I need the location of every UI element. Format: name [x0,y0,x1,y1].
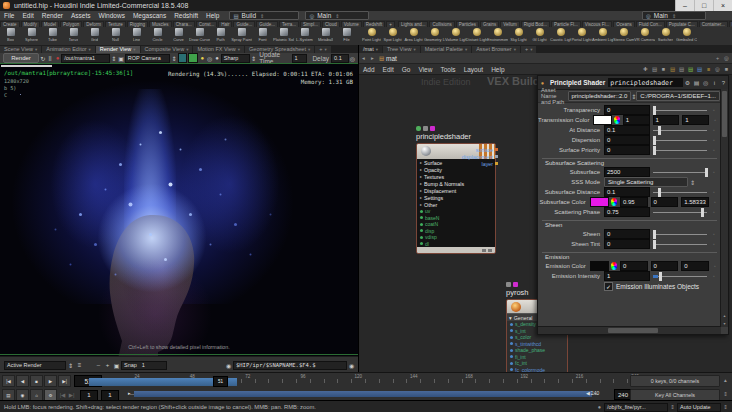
range-start-field2[interactable]: 1 [101,390,119,401]
region-toggle-icon[interactable] [188,53,197,63]
node-input-row[interactable]: ▸Opacity [417,166,495,173]
ladder-icon[interactable]: ◦ [710,231,718,237]
updown-icon[interactable]: ⇕ [110,55,117,62]
scroll-up-icon[interactable]: ▴ [721,312,728,319]
view-toggle-icon[interactable] [178,53,187,63]
shelf-tool[interactable]: Point Light [361,27,382,45]
node-output-row[interactable]: displacement [438,153,498,160]
network-menu-item[interactable]: Layout [460,66,488,73]
circle-icon[interactable]: ● [213,55,220,61]
shelf-tool[interactable]: Volume Light [445,27,466,45]
ladder-icon[interactable]: ◦ [712,263,718,269]
node-input-row[interactable]: ▸Other [417,201,495,208]
step-back-button[interactable]: ◀ [16,375,29,387]
updown-icon[interactable]: ⇕ [721,391,730,397]
minimize-button[interactable]: – [675,0,694,11]
maximize-button[interactable]: □ [694,0,713,11]
updown-icon[interactable]: ⇕ [66,362,75,369]
shelf-tool[interactable]: Circle [147,27,168,45]
updown-icon[interactable]: ⇕ [668,404,677,410]
surface-priority-slider[interactable] [653,146,707,155]
menu-item[interactable]: Windows [95,12,129,19]
ladder-icon[interactable]: ◦ [710,241,718,247]
pane-tab[interactable]: /mat▾ [359,46,382,53]
minus-icon[interactable]: – [94,362,103,368]
plus-icon[interactable]: + [103,362,112,368]
pane-tab[interactable]: Composite View▾ [141,46,193,53]
render-viewport[interactable]: /out/mantra1[pbrraytrace]-15:45:36[1] 12… [0,63,358,357]
stop-button[interactable]: ■ [30,375,43,387]
shelf-tool[interactable]: Metaball [315,27,336,45]
shelf-tool[interactable]: Spray Paint [231,27,252,45]
ladder-icon[interactable]: ◦ [710,137,718,143]
network-menu-item[interactable]: Add [359,66,379,73]
update-mode-selector[interactable]: Auto Update [677,403,721,412]
range-last-icon[interactable]: ▶| [67,392,76,398]
back-icon[interactable]: ◂ [359,55,368,61]
network-toolbar-icon[interactable]: ▤ [650,66,659,72]
bell-icon[interactable]: ◉ [224,362,233,369]
menu-item[interactable]: Edit [18,12,37,19]
main-selector-right[interactable]: ◎Main⇕ [642,11,706,20]
snapshot-path-field[interactable]: $HIP/ipr/$SNAPNAME.$F4.$ [233,361,347,370]
subsurface-field[interactable]: 2500 [604,167,650,177]
scroll-down-icon[interactable]: ▾ [721,320,728,327]
updown-icon[interactable]: ⇕ [170,55,177,62]
subsurface-slider[interactable] [653,168,707,177]
up-icon[interactable]: ▴ [721,377,730,383]
close-button[interactable]: × [713,0,732,11]
color-wheel-icon[interactable] [611,198,617,206]
select-icon[interactable]: ▤ [692,79,701,86]
keys-summary-button[interactable]: 0 keys, 0/0 channels [630,375,720,387]
node-input-row[interactable]: ▸Settings [417,194,495,201]
subsurface-b-field[interactable]: 1.58333 [681,197,709,207]
snapshot-mode-selector[interactable]: Active Render [4,361,66,370]
network-toolbar-icon[interactable]: ≡ [704,66,713,72]
help-icon[interactable]: ? [719,80,728,86]
ladder-icon[interactable]: ◦ [710,209,718,215]
subsurface-r-field[interactable]: 0.95 [620,197,648,207]
network-menu-item[interactable]: Help [487,66,508,73]
frame-icon[interactable]: ■ [722,66,731,72]
subsurface-distance-slider[interactable] [653,188,707,197]
dispersion-field[interactable]: 0 [604,135,650,145]
pane-tab[interactable]: +▾ [521,46,536,53]
shelf-tool[interactable]: Switcher [655,27,676,45]
range-start-field[interactable]: 1 [80,390,98,401]
help-icon[interactable]: ◎ [349,55,356,62]
shelf-tool[interactable]: Geometry Light [424,27,445,45]
menu-item[interactable]: Help [202,12,223,19]
node-principledshader[interactable]: principledshader ▸Surface▸Opacity▸Textur… [416,126,496,254]
sheen-slider[interactable] [653,230,707,239]
scattering-phase-field[interactable]: 0.75 [604,207,650,217]
range-start-handle[interactable]: ▸ [128,390,131,396]
snapshot-field[interactable]: Snap1 [121,361,167,370]
info-icon[interactable]: i [710,80,719,86]
update-time-field[interactable]: 1 [292,54,308,63]
menu-item[interactable]: Assets [67,12,95,19]
menu-item[interactable]: Megascans [129,12,170,19]
shelf-tool[interactable]: L-System [294,27,315,45]
shelf-tool[interactable]: Stereo Camera [613,27,634,45]
subsurface-g-field[interactable]: 0 [651,197,679,207]
filter-selector[interactable]: Sharp [221,54,250,63]
title-bar[interactable]: untitled.hip - Houdini Indie Limited-Com… [0,0,732,11]
node-output-row[interactable]: layer [438,160,498,167]
rop-selector[interactable]: /out/mantra1 [61,54,110,63]
node-input-row[interactable]: ▸Displacement [417,187,495,194]
ladder-icon[interactable]: ◦ [712,199,718,205]
node-title[interactable]: principledshader [416,132,496,141]
shelf-tool[interactable]: Ambient Light [592,27,613,45]
transmission-b-field[interactable]: 1 [682,115,709,125]
breadcrumb[interactable]: mat [386,55,397,62]
context-selector[interactable]: /obj/fx_fire/pyr... [604,403,668,412]
vertical-scrollbar[interactable]: ▴ ▾ [720,89,728,327]
ladder-icon[interactable]: ◦ [710,169,718,175]
shelf-tool[interactable]: File [336,27,357,45]
menu-item[interactable]: Render [38,12,67,19]
emission-illuminates-checkbox[interactable]: ✓ [604,282,613,291]
gear-icon[interactable]: ⚙ [683,79,692,86]
ladder-icon[interactable]: ◦ [712,117,718,123]
playhead[interactable]: 51 [213,376,228,387]
dispersion-slider[interactable] [653,136,707,145]
